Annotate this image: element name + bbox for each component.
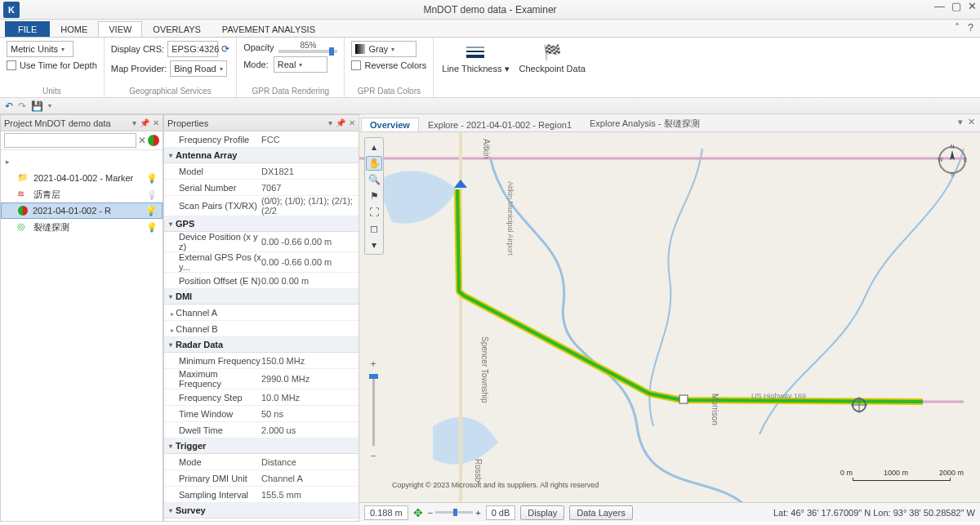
prop-row[interactable]: External GPS Pos (x y...0.00 -0.66 0.00 … xyxy=(164,252,359,273)
zoom-out-icon[interactable]: － xyxy=(368,449,378,463)
section-antenna[interactable]: ▾Antenna Array xyxy=(164,148,359,163)
pan-tool-icon[interactable]: ✋ xyxy=(366,156,382,171)
map-view[interactable]: Aitkin Aitkin Municipal Airport Spencer … xyxy=(359,132,980,502)
redo-icon[interactable]: ↷ xyxy=(18,100,26,112)
section-dmi[interactable]: ▾DMI xyxy=(164,289,359,305)
tab-close-icon[interactable]: ✕ xyxy=(968,117,975,127)
project-search-row: ✕ xyxy=(1,131,163,150)
prop-row[interactable]: Serial Number7067 xyxy=(164,180,359,196)
opacity-value: 85% xyxy=(300,41,316,50)
map-tab-overview[interactable]: Overview xyxy=(361,118,419,131)
close-icon[interactable]: ✕ xyxy=(968,0,977,12)
grid-snap-icon[interactable]: ✥ xyxy=(413,506,423,519)
line-thickness-button[interactable]: Line Thickness ▾ xyxy=(440,41,510,75)
section-trigger[interactable]: ▾Trigger xyxy=(164,438,359,454)
chevron-down-icon: ▾ xyxy=(299,61,302,69)
prop-row[interactable]: Sampling Interval155.5 mm xyxy=(164,487,359,503)
palette-dropdown[interactable]: Gray▾ xyxy=(351,41,416,57)
map-zoom-slider[interactable]: ＋ － xyxy=(368,357,379,463)
use-time-checkbox[interactable]: Use Time for Depth xyxy=(7,60,97,70)
qat-more-icon[interactable]: ▾ xyxy=(48,102,51,109)
svg-text:S: S xyxy=(951,171,955,177)
prop-row[interactable]: Frequency ProfileFCC xyxy=(164,131,359,148)
project-panel: Project MnDOT demo data ▾📌✕ ✕ ▸ 📁2021-04… xyxy=(0,114,163,522)
prop-row[interactable]: Time Window50 ns xyxy=(164,406,359,422)
display-button[interactable]: Display xyxy=(520,505,564,520)
panel-menu-icon[interactable]: ▾ xyxy=(132,118,136,127)
maximize-icon[interactable]: ▢ xyxy=(951,0,961,12)
tree-item-selected[interactable]: 2021-04-01-002 - R💡 xyxy=(1,202,163,219)
opacity-slider[interactable] xyxy=(278,50,337,53)
refresh-icon[interactable]: ⟳ xyxy=(221,43,229,55)
clear-search-icon[interactable]: ✕ xyxy=(138,135,146,146)
bulb-icon[interactable]: 💡 xyxy=(145,206,157,216)
distance-readout[interactable]: 0.188 m xyxy=(364,505,408,520)
map-provider-dropdown[interactable]: Bing Road▾ xyxy=(170,60,227,77)
map-label-spencer: Spencer Township xyxy=(480,336,489,403)
map-tab-analysis[interactable]: Explore Analysis - 裂缝探测 xyxy=(581,115,708,131)
prop-row[interactable]: ModeDistance xyxy=(164,454,359,470)
zoom-tool-icon[interactable]: 🔍 xyxy=(366,172,382,187)
prop-row[interactable]: ▸ Channel B xyxy=(164,321,359,337)
tab-home[interactable]: HOME xyxy=(50,21,98,37)
ribbon-collapse-icon[interactable]: ˄ xyxy=(955,22,960,33)
gain-slider[interactable]: −+ xyxy=(428,508,481,518)
group-extra: Line Thickness ▾ 🏁 Checkpoint Data xyxy=(434,38,594,97)
panel-close-icon[interactable]: ✕ xyxy=(349,118,355,127)
tree-expander[interactable]: ▸ xyxy=(1,153,163,170)
map-expand-icon[interactable]: ▾ xyxy=(366,238,382,252)
minimize-icon[interactable]: — xyxy=(934,0,945,12)
project-search-input[interactable] xyxy=(4,133,136,148)
compass-icon[interactable]: NSWE xyxy=(934,142,970,178)
map-tabs: Overview Explore - 2021-04-01-002 - Regi… xyxy=(359,114,980,132)
panel-close-icon[interactable]: ✕ xyxy=(153,118,159,127)
tree-item-asphalt[interactable]: ≋沥青层💡 xyxy=(1,186,163,202)
flag-tool-icon[interactable]: ⚑ xyxy=(366,189,382,203)
filter-icon[interactable] xyxy=(148,135,159,146)
crop-tool-icon[interactable]: ◻ xyxy=(366,221,382,236)
db-readout[interactable]: 0 dB xyxy=(486,505,516,520)
prop-row[interactable]: Maximum Frequency2990.0 MHz xyxy=(164,369,359,389)
tab-pavement[interactable]: PAVEMENT ANALYSIS xyxy=(212,21,326,37)
tree-item-marker[interactable]: 📁2021-04-01-002 - Marker💡 xyxy=(1,170,163,186)
pin-icon[interactable]: 📌 xyxy=(140,118,149,127)
bulb-icon[interactable]: 💡 xyxy=(146,173,158,184)
prop-row[interactable]: ModelDX1821 xyxy=(164,163,359,180)
mode-dropdown[interactable]: Real▾ xyxy=(274,56,327,73)
bulb-off-icon[interactable]: 💡 xyxy=(146,189,158,200)
prop-row[interactable]: Position Offset (E N)0.00 0.00 m xyxy=(164,273,359,289)
prop-row[interactable]: Primary DMI UnitChannel A xyxy=(164,470,359,487)
help-icon[interactable]: ? xyxy=(968,22,973,33)
tab-overlays[interactable]: OVERLAYS xyxy=(142,21,212,37)
section-survey[interactable]: ▾Survey xyxy=(164,503,359,518)
prop-row[interactable]: Minimum Frequency150.0 MHz xyxy=(164,353,359,369)
panel-menu-icon[interactable]: ▾ xyxy=(328,118,332,127)
map-tab-explore[interactable]: Explore - 2021-04-01-002 - Region1 xyxy=(419,118,581,131)
map-collapse-icon[interactable]: ▴ xyxy=(366,140,382,154)
tree-item-crack[interactable]: ◎裂缝探测💡 xyxy=(1,219,163,235)
crs-dropdown[interactable]: EPSG:4326 xyxy=(167,41,218,57)
undo-icon[interactable]: ↶ xyxy=(5,100,13,112)
tab-view[interactable]: VIEW xyxy=(98,21,142,37)
fit-tool-icon[interactable]: ⛶ xyxy=(366,205,382,220)
reverse-colors-checkbox[interactable]: Reverse Colors xyxy=(351,60,426,70)
ribbon: Metric Units▾ Use Time for Depth Units D… xyxy=(0,38,980,98)
prop-row[interactable]: Dwell Time2.000 us xyxy=(164,422,359,438)
tab-menu-icon[interactable]: ▾ xyxy=(958,117,963,127)
prop-row[interactable]: Frequency Step10.0 MHz xyxy=(164,389,359,406)
flag-icon: 🏁 xyxy=(542,42,562,62)
prop-row[interactable]: Scan Pairs (TX/RX)(0/0); (1/0); (1/1); (… xyxy=(164,196,359,216)
data-layers-button[interactable]: Data Layers xyxy=(569,505,632,520)
prop-row[interactable]: ▸ Channel A xyxy=(164,305,359,321)
section-gps[interactable]: ▾GPS xyxy=(164,216,359,232)
bulb-icon[interactable]: 💡 xyxy=(146,222,158,233)
save-icon[interactable]: 💾 xyxy=(31,100,43,112)
pin-icon[interactable]: 📌 xyxy=(336,118,345,127)
prop-row[interactable]: Device Position (x y z)0.00 -0.66 0.00 m xyxy=(164,232,359,252)
zoom-in-icon[interactable]: ＋ xyxy=(368,357,378,371)
checkpoint-data-button[interactable]: 🏁 Checkpoint Data xyxy=(518,41,587,75)
ribbon-tabs: FILE HOME VIEW OVERLAYS PAVEMENT ANALYSI… xyxy=(0,20,980,38)
section-radar[interactable]: ▾Radar Data xyxy=(164,337,359,353)
tab-file[interactable]: FILE xyxy=(5,21,50,37)
units-dropdown[interactable]: Metric Units▾ xyxy=(7,41,74,57)
